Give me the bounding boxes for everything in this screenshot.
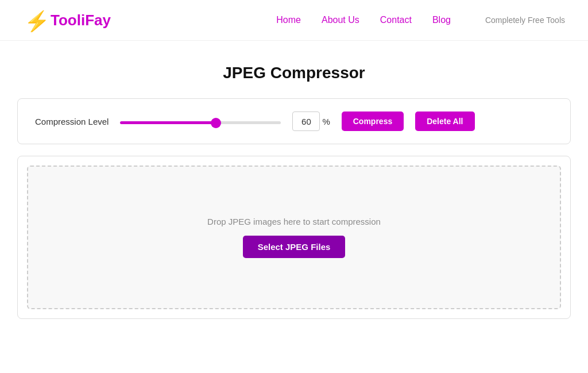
slider-wrapper (120, 116, 281, 126)
select-files-button[interactable]: Select JPEG Files (243, 236, 346, 258)
nav-blog[interactable]: Blog (432, 15, 451, 25)
logo-text: TooliFay (51, 11, 111, 29)
compression-value-input[interactable] (292, 111, 320, 131)
nav-home[interactable]: Home (276, 15, 301, 25)
main-content: JPEG Compressor Compression Level % Comp… (0, 41, 588, 336)
header: ⚡ TooliFay Home About Us Contact Blog Co… (0, 0, 588, 41)
compress-button[interactable]: Compress (342, 111, 404, 131)
dropzone-inner[interactable]: Drop JPEG images here to start compressi… (27, 166, 561, 309)
percent-sign: % (322, 117, 330, 126)
nav-about[interactable]: About Us (322, 15, 359, 25)
nav: Home About Us Contact Blog (276, 15, 451, 25)
logo-icon: ⚡ (23, 8, 47, 32)
controls-card: Compression Level % Compress Delete All (17, 98, 571, 144)
svg-text:⚡: ⚡ (24, 9, 47, 32)
dropzone-card: Drop JPEG images here to start compressi… (17, 156, 571, 319)
tagline: Completely Free Tools (485, 16, 565, 25)
value-box: % (292, 111, 330, 131)
nav-contact[interactable]: Contact (380, 15, 412, 25)
compression-label: Compression Level (35, 117, 109, 126)
compression-slider[interactable] (120, 121, 281, 124)
delete-all-button[interactable]: Delete All (415, 111, 474, 131)
logo-area: ⚡ TooliFay (23, 8, 111, 32)
page-title: JPEG Compressor (17, 64, 571, 82)
drop-text: Drop JPEG images here to start compressi… (207, 217, 381, 226)
